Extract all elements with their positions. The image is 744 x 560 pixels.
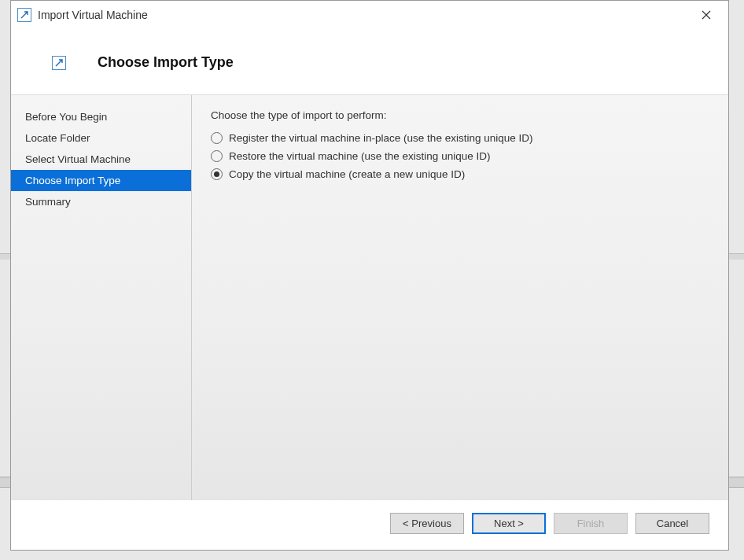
background-decoration xyxy=(729,253,744,260)
sidebar-item-locate-folder[interactable]: Locate Folder xyxy=(11,127,191,149)
close-icon xyxy=(702,10,711,20)
app-icon xyxy=(17,8,31,22)
wizard-header: Choose Import Type xyxy=(11,29,728,95)
wizard-steps-sidebar: Before You Begin Locate Folder Select Vi… xyxy=(11,95,192,500)
window-title: Import Virtual Machine xyxy=(38,9,691,21)
radio-icon xyxy=(211,168,223,180)
sidebar-item-summary[interactable]: Summary xyxy=(11,191,191,212)
option-label: Restore the virtual machine (use the exi… xyxy=(229,150,490,162)
finish-button: Finish xyxy=(554,513,628,534)
wizard-body: Before You Begin Locate Folder Select Vi… xyxy=(11,95,728,500)
previous-button[interactable]: < Previous xyxy=(390,513,464,534)
cancel-button[interactable]: Cancel xyxy=(635,513,709,534)
wizard-content: Choose the type of import to perform: Re… xyxy=(192,95,728,500)
background-decoration xyxy=(0,253,10,260)
background-decoration xyxy=(729,477,744,488)
titlebar: Import Virtual Machine xyxy=(11,1,728,29)
wizard-step-icon xyxy=(52,56,66,70)
option-label: Register the virtual machine in-place (u… xyxy=(229,132,532,144)
page-title: Choose Import Type xyxy=(98,54,234,71)
option-copy[interactable]: Copy the virtual machine (create a new u… xyxy=(211,168,709,180)
radio-icon xyxy=(211,150,223,162)
option-restore[interactable]: Restore the virtual machine (use the exi… xyxy=(211,150,709,162)
import-wizard-dialog: Import Virtual Machine Choose Import Typ… xyxy=(10,0,729,551)
radio-icon xyxy=(211,132,223,144)
wizard-footer: < Previous Next > Finish Cancel xyxy=(11,500,728,550)
sidebar-item-before-you-begin[interactable]: Before You Begin xyxy=(11,106,191,127)
prompt-text: Choose the type of import to perform: xyxy=(211,109,709,121)
sidebar-item-select-virtual-machine[interactable]: Select Virtual Machine xyxy=(11,149,191,170)
close-button[interactable] xyxy=(691,3,722,27)
background-decoration xyxy=(0,477,10,488)
option-label: Copy the virtual machine (create a new u… xyxy=(229,168,465,180)
next-button[interactable]: Next > xyxy=(472,513,546,534)
sidebar-item-choose-import-type[interactable]: Choose Import Type xyxy=(11,170,191,191)
option-register-in-place[interactable]: Register the virtual machine in-place (u… xyxy=(211,132,709,144)
